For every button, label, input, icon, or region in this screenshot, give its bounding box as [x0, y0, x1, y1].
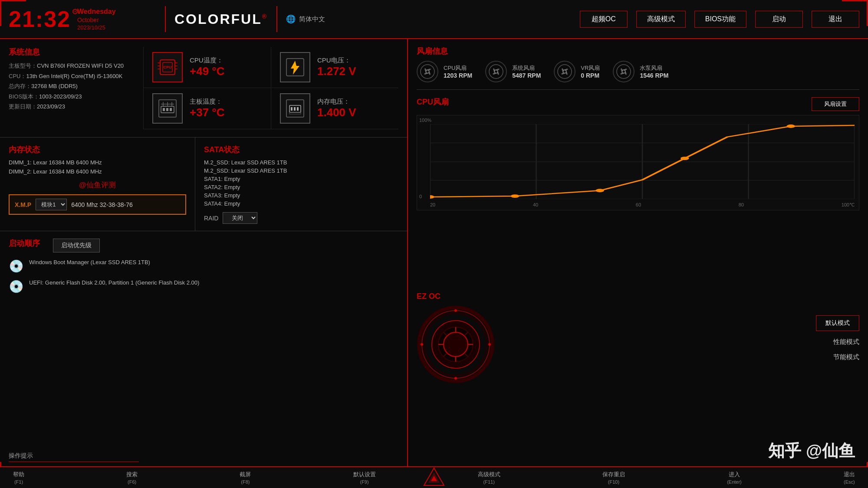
brand-logo: COLORFUL® [174, 11, 268, 27]
main-layout: 系统信息 主板型号：CVN B760I FROZEN WIFI D5 V20 C… [0, 39, 868, 466]
ram-row: 总内存：32768 MB (DDR5) [9, 82, 130, 91]
svg-point-32 [617, 65, 631, 79]
footer-screenshot-key: (F8) [241, 479, 250, 485]
sensor-grid: CPU CPU温度： +49 °C [143, 47, 398, 129]
zhihu-watermark: 知乎 @仙鱼 [768, 440, 855, 462]
sys-info-title: 系统信息 [9, 47, 130, 57]
raid-bar: RAID 关闭 [204, 212, 398, 224]
boot-header: 启动顺序 启动优先级 [9, 238, 398, 253]
left-panel: 系统信息 主板型号：CVN B760I FROZEN WIFI D5 V20 C… [0, 39, 408, 466]
sata-item-5: SATA4: Empty [204, 200, 398, 207]
fan-info-section: 风扇信息 CPU风扇 [417, 46, 859, 90]
svg-rect-13 [163, 108, 165, 111]
chart-x-labels: 20 40 60 80 100℃ [430, 202, 855, 208]
footer-help-label: 帮助 [13, 471, 24, 478]
ram-volt-icon [280, 93, 310, 124]
footer-triangle-logo [423, 467, 445, 486]
fan-grid: CPU风扇 1203 RPM [417, 61, 859, 82]
footer-enter-label: 进入 [729, 471, 740, 478]
cpu-volt-value: 1.272 V [317, 65, 356, 78]
eco-mode-label[interactable]: 节能模式 [503, 353, 859, 361]
advanced-button[interactable]: 高级模式 [636, 11, 686, 28]
default-mode-button[interactable]: 默认模式 [816, 315, 859, 331]
fan-icon-2 [554, 61, 575, 82]
ez-oc-options: 默认模式 性能模式 节能模式 [503, 315, 859, 361]
language-label: 简体中文 [299, 15, 325, 23]
cpu-volt-sensor: CPU电压： 1.272 V [271, 47, 398, 88]
footer-save-key: (F10) [608, 479, 619, 485]
fan-item-0: CPU风扇 1203 RPM [417, 61, 472, 82]
disk-icon-0: 💿 [9, 259, 24, 273]
dimm1: DIMM_1: Lexar 16384 MB 6400 MHz [9, 159, 186, 166]
header-divider [165, 6, 166, 32]
cpu-temp-info: CPU温度： +49 °C [190, 56, 225, 78]
mb-temp-info: 主板温度： +37 °C [190, 98, 225, 119]
footer-search[interactable]: 搜索 (F6) [126, 471, 138, 485]
globe-icon: 🌐 [286, 14, 296, 24]
sata-section: SATA状态 M.2_SSD: Lexar SSD ARES 1TB M.2_S… [195, 138, 407, 231]
footer-exit-key: (Esc) [844, 479, 855, 485]
raid-select[interactable]: 关闭 [223, 212, 257, 224]
footer-help[interactable]: 帮助 (F1) [13, 471, 24, 485]
mem-sata-section: 内存状态 DIMM_1: Lexar 16384 MB 6400 MHz DIM… [0, 138, 407, 231]
footer-enter[interactable]: 进入 (Enter) [727, 471, 742, 485]
fan-chart: 100% 0 [417, 115, 859, 210]
boot-priority-button[interactable]: 启动优先级 [53, 239, 100, 252]
xmp-select[interactable]: 模块1 [36, 199, 67, 210]
cpu-volt-label: CPU电压： [317, 56, 356, 65]
svg-point-65 [421, 343, 423, 346]
footer-exit[interactable]: 退出 (Esc) [844, 471, 855, 485]
footer-center-logo [423, 467, 445, 488]
header: 21:32 ⚙ Wednesday October 2023/10/25 COL… [0, 0, 868, 39]
ez-oc-dial [417, 305, 495, 383]
corner-decoration-tr [842, 0, 868, 26]
fan-icon-3 [613, 61, 635, 82]
chart-y-max: 100% [419, 118, 431, 123]
boot-title: 启动顺序 [9, 238, 40, 249]
time-display: 21:32 [9, 8, 71, 30]
footer-exit-label: 退出 [844, 471, 855, 478]
footer-default[interactable]: 默认设置 (F9) [353, 471, 376, 485]
svg-point-46 [595, 189, 604, 192]
disk-icon-1: 💿 [9, 279, 24, 294]
cpu-row: CPU：13th Gen Intel(R) Core(TM) i5-13600K [9, 72, 130, 81]
boot-item-0: 💿 Windows Boot Manager (Lexar SSD ARES 1… [9, 258, 398, 273]
ops-hint-section: 操作提示 [0, 448, 407, 466]
language-selector[interactable]: 🌐 简体中文 [286, 14, 325, 24]
boot-button[interactable]: 启动 [755, 11, 803, 28]
footer-screenshot[interactable]: 截屏 (F8) [240, 471, 251, 485]
cpu-volt-info: CPU电压： 1.272 V [317, 56, 356, 78]
footer-save-label: 保存重启 [602, 471, 625, 478]
raid-label: RAID [204, 215, 218, 222]
svg-point-48 [787, 124, 796, 128]
ram-volt-label: 内存电压： [317, 98, 356, 106]
oc-button[interactable]: 超频OC [580, 11, 628, 28]
memory-title: 内存状态 [9, 144, 186, 155]
date-numeric: 2023/10/25 [77, 24, 116, 31]
bios-button[interactable]: BIOS功能 [694, 11, 746, 28]
sata-item-4: SATA3: Empty [204, 192, 398, 199]
sys-info-section: 系统信息 主板型号：CVN B760I FROZEN WIFI D5 V20 C… [0, 39, 407, 138]
xmp-label: X.M.P [15, 201, 31, 208]
footer-save[interactable]: 保存重启 (F10) [602, 471, 625, 485]
svg-point-26 [421, 65, 434, 79]
cpu-temp-value: +49 °C [190, 65, 225, 78]
fan-info-1: 系统风扇 5487 RPM [512, 64, 541, 79]
fan-icon-1 [485, 61, 507, 82]
sata-item-1: M.2_SSD: Lexar SSD ARES 1TB [204, 167, 398, 174]
fan-setting-button[interactable]: 风扇设置 [812, 97, 859, 111]
svg-point-63 [454, 309, 457, 312]
footer-advanced[interactable]: 高级模式 (F11) [478, 471, 500, 485]
fan-chart-svg [430, 124, 855, 199]
footer: 帮助 (F1) 搜索 (F6) 截屏 (F8) 默认设置 (F9) 高级模式 (… [0, 466, 868, 488]
ez-oc-section: EZ OC [417, 217, 859, 459]
performance-mode-label[interactable]: 性能模式 [503, 338, 859, 346]
cpu-temp-sensor: CPU CPU温度： +49 °C [143, 47, 271, 88]
boot-text-1: UEFI: Generic Flash Disk 2.00, Partition… [29, 278, 199, 288]
mb-temp-icon [152, 93, 183, 124]
sata-item-0: M.2_SSD: Lexar SSD ARES 1TB [204, 159, 398, 166]
ram-volt-sensor: 内存电压： 1.400 V [271, 88, 398, 129]
svg-marker-10 [291, 61, 299, 75]
fan-item-1: 系统风扇 5487 RPM [485, 61, 541, 82]
footer-help-key: (F1) [14, 479, 23, 485]
